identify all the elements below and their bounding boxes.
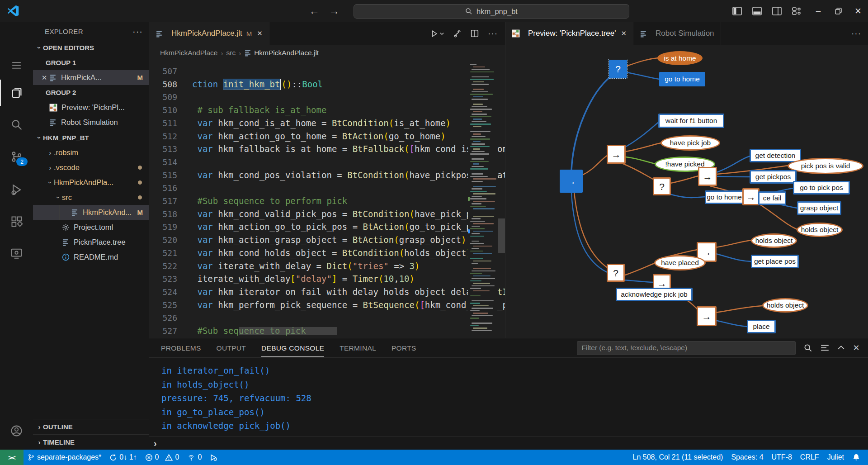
tree-node-go-to-home-active[interactable]: go to home <box>659 72 705 86</box>
status-problems[interactable]: 00 <box>141 450 184 465</box>
restore-button[interactable] <box>828 0 848 22</box>
tree-item-hkmpickandpla[interactable]: ›HkmPickAndPla... <box>33 175 149 190</box>
breadcrumb-item[interactable]: HkmPickAndPlace <box>160 49 218 57</box>
code-line-508[interactable]: 508ction init_hkm_bt()::Bool <box>149 78 323 91</box>
activity-bar-item-search[interactable] <box>0 111 33 138</box>
console-filter-input[interactable] <box>577 341 796 355</box>
tree-item-vscode[interactable]: ›.vscode <box>33 160 149 175</box>
close-panel-icon[interactable]: ✕ <box>853 343 860 353</box>
tree-node-is-at-home[interactable]: is at home <box>657 51 703 65</box>
run-selection-button[interactable] <box>453 29 462 38</box>
open-editors-header[interactable]: ›OPEN EDITORS <box>33 40 149 55</box>
tree-node-pick-sequence[interactable]: → <box>607 145 626 164</box>
open-editor-item[interactable]: ✕HkmPickA...M <box>33 70 149 85</box>
tree-node-acknowledge-pick-job[interactable]: acknowledge pick job <box>616 288 693 301</box>
code-line-517[interactable]: 517 #Sub sequence to perform pick <box>149 195 347 208</box>
panel-tab-terminal[interactable]: TERMINAL <box>340 339 376 357</box>
toggle-secondary-sidebar-button[interactable] <box>770 5 783 17</box>
activity-bar-item-run-and-debug[interactable] <box>0 176 33 203</box>
status-cursor-position[interactable]: Ln 508, Col 21 (11 selected) <box>629 450 727 465</box>
tree-node-announce-fail[interactable]: ce fail <box>758 191 786 205</box>
status-encoding[interactable]: UTF-8 <box>768 450 796 465</box>
tree-item-readme-md[interactable]: README.md <box>33 250 149 265</box>
tree-item-src[interactable]: ›src <box>33 190 149 205</box>
run-button[interactable] <box>430 30 444 38</box>
code-line-520[interactable]: 520 var hkm_action_grasp_object = BtActi… <box>149 233 466 247</box>
tree-node-wait-for-f1-button[interactable]: wait for f1 button <box>658 114 724 128</box>
more-actions-icon[interactable]: ··· <box>851 28 861 38</box>
code-line-514[interactable]: 514 <box>149 156 192 169</box>
search-console-icon[interactable] <box>804 344 812 352</box>
tree-node-grasp-object[interactable]: grasp object <box>797 201 841 215</box>
tree-node-get-place-pos[interactable]: get place pos <box>751 255 799 268</box>
maximize-panel-icon[interactable] <box>837 344 845 352</box>
tree-node-root-sequence[interactable]: → <box>560 170 583 193</box>
status-git-branch[interactable]: separate-packages* <box>24 450 105 465</box>
tab-close-icon[interactable]: ✕ <box>257 29 263 38</box>
tree-node-go-to-home-2[interactable]: go to home <box>705 190 744 204</box>
toggle-primary-sidebar-button[interactable] <box>730 5 744 17</box>
debug-console-output[interactable]: in iterator_on_fail()in holds_object()pr… <box>149 357 868 437</box>
status-debug-console-toggle[interactable] <box>206 450 222 465</box>
code-line-521[interactable]: 521 var hkm_cond_holds_object = BtCondit… <box>149 247 472 260</box>
behavior-tree-preview[interactable]: →?is at homego to home→wait for f1 butto… <box>505 45 868 338</box>
minimap[interactable] <box>468 61 497 338</box>
activity-bar-item-menu[interactable] <box>0 52 33 78</box>
tree-node-top-fallback[interactable]: ? <box>609 60 627 78</box>
tree-node-place[interactable]: place <box>747 320 776 333</box>
code-line-515[interactable]: 515 var hkm_cond_pos_violation = BtCondi… <box>149 169 505 182</box>
tree-node-detect-sequence[interactable]: → <box>698 167 717 186</box>
remote-indicator[interactable]: >< <box>0 450 24 465</box>
tree-node-holds-object-bottom[interactable]: holds object <box>762 298 808 313</box>
breadcrumb-item[interactable]: src <box>226 49 236 57</box>
tree-node-holds-object-mid[interactable]: holds object <box>751 233 797 248</box>
sidebar-more-actions-button[interactable]: ··· <box>132 26 143 37</box>
code-line-510[interactable]: 510 # sub fallback is_at_home <box>149 104 326 117</box>
tree-node-holds-object-right[interactable]: holds object <box>797 223 843 237</box>
code-line-509[interactable]: 509 <box>149 90 192 104</box>
debug-console-prompt[interactable]: › <box>149 436 868 450</box>
activity-bar-item-source-control[interactable]: 2 <box>0 143 33 170</box>
tab-close-icon[interactable]: ✕ <box>621 29 627 38</box>
minimize-button[interactable]: – <box>808 0 828 22</box>
code-line-511[interactable]: 511 var hkm_cond_is_at_home = BtConditio… <box>149 117 451 130</box>
horizontal-scrollbar[interactable] <box>239 327 337 335</box>
code-line-526[interactable]: 526 <box>149 311 192 324</box>
status-sync-changes[interactable]: 0↓ 1↑ <box>105 450 141 465</box>
tree-node-go-to-pick-pos[interactable]: go to pick pos <box>793 181 850 195</box>
tree-node-have-placed[interactable]: have placed <box>654 255 706 270</box>
close-icon[interactable]: ✕ <box>39 74 49 82</box>
status-indentation[interactable]: Spaces: 4 <box>727 450 767 465</box>
panel-tab-problems[interactable]: PROBLEMS <box>161 339 201 357</box>
toggle-panel-button[interactable] <box>750 5 764 17</box>
activity-bar-item-explorer[interactable] <box>0 80 33 106</box>
status-eol[interactable]: CRLF <box>796 450 823 465</box>
tree-node-have-pick-job[interactable]: have pick job <box>660 135 720 151</box>
customize-layout-button[interactable] <box>790 5 803 17</box>
code-line-524[interactable]: 524 var hkm_iterator_on_fail_with_delay_… <box>149 285 505 299</box>
code-line-525[interactable]: 525 var hkm_perform_pick_sequence = BtSe… <box>149 299 505 312</box>
close-window-button[interactable]: ✕ <box>848 0 868 22</box>
breadcrumb-item[interactable]: HkmPickAndPlace.jlt <box>244 49 319 57</box>
sidebar-section-outline[interactable]: ›OUTLINE <box>33 419 149 434</box>
command-center-search[interactable]: hkm_pnp_bt <box>354 4 629 19</box>
tree-node-pick-pos-is-valid[interactable]: pick pos is valid <box>788 158 863 174</box>
code-line-518[interactable]: 518 var hkm_cond_valid_pick_pos = BtCond… <box>149 208 487 221</box>
vertical-scrollbar[interactable] <box>498 218 505 253</box>
open-editor-item[interactable]: Robot Simulation <box>33 115 149 130</box>
code-line-513[interactable]: 513 var hkm_fallback_is_at_home = BtFall… <box>149 142 505 156</box>
panel-tab-output[interactable]: OUTPUT <box>217 339 246 357</box>
code-line-523[interactable]: 523 iterate_with_delay["delay"] = Timer(… <box>149 272 415 285</box>
code-line-516[interactable]: 516 <box>149 181 192 195</box>
code-line-519[interactable]: 519 var hkm_action_go_to_pick_pos = BtAc… <box>149 220 487 233</box>
collapse-all-icon[interactable] <box>821 344 829 352</box>
panel-tab-debug-console[interactable]: DEBUG CONSOLE <box>261 339 324 357</box>
tab-preview-picknplace-tree[interactable]: Preview: 'PicknPlace.tree'✕ <box>505 22 633 45</box>
tree-node-get-detection[interactable]: get detection <box>750 149 801 162</box>
activity-bar-item-extensions[interactable] <box>0 209 33 235</box>
nav-back-button[interactable]: ← <box>307 4 322 18</box>
tab-robot-simulation[interactable]: Robot Simulation <box>633 22 721 45</box>
tree-item-hkmpickand[interactable]: HkmPickAnd...M <box>33 205 149 220</box>
tree-node-bottom-fallback[interactable]: ? <box>607 264 625 282</box>
activity-bar-item-account[interactable] <box>0 418 33 444</box>
